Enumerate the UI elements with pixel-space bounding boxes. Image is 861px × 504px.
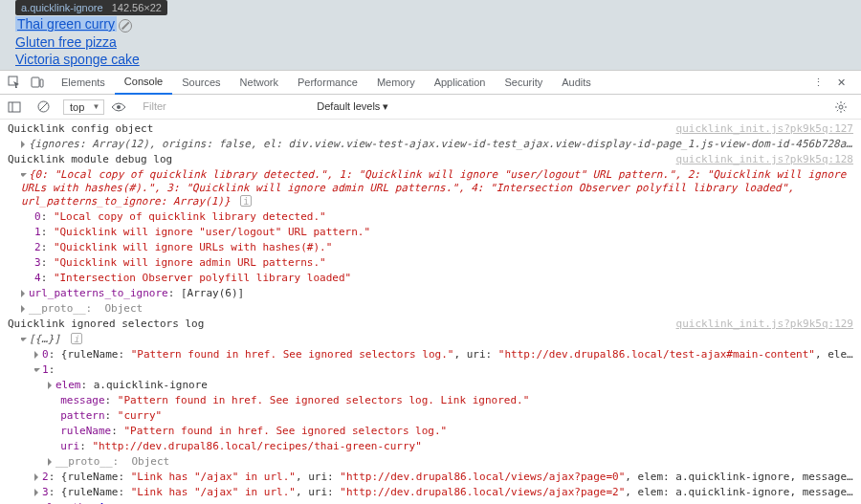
log-prop: message: "Pattern found in href. See ign… (0, 393, 861, 408)
info-icon[interactable]: i (71, 333, 82, 344)
devtools-tabbar: ElementsConsoleSourcesNetworkPerformance… (0, 70, 861, 95)
log-prop: pattern: "curry" (0, 408, 861, 424)
log-object-inline[interactable]: {0: "Local copy of quicklink library det… (0, 167, 861, 209)
close-icon[interactable]: ✕ (832, 74, 850, 91)
sidebar-toggle-icon[interactable] (6, 99, 23, 116)
tab-application[interactable]: Application (425, 70, 496, 95)
log-entry[interactable]: 2: {ruleName: "Link has "/ajax" in url."… (0, 470, 861, 485)
collapse-icon[interactable] (21, 173, 27, 177)
source-link[interactable]: quicklink_init.js?pk9k5q:128 (669, 153, 853, 166)
svg-point-7 (117, 105, 121, 109)
console-output: Quicklink config object quicklink_init.j… (0, 120, 861, 504)
tab-performance[interactable]: Performance (288, 70, 367, 95)
expand-icon[interactable] (48, 458, 52, 466)
log-group-2-header[interactable]: Quicklink module debug log quicklink_ini… (0, 152, 861, 167)
log-array-header[interactable]: [{…}] i (0, 332, 861, 347)
expand-icon[interactable] (34, 473, 38, 481)
log-entry[interactable]: 0: {ruleName: "Pattern found in href. Se… (0, 347, 861, 362)
forbidden-icon (119, 19, 132, 33)
log-prop: ruleName: "Pattern found in href. See ig… (0, 424, 861, 439)
expand-icon[interactable] (21, 305, 25, 313)
page-preview: a.quicklink-ignore 142.56×22 Thai green … (0, 0, 861, 70)
log-entry[interactable]: 3: {ruleName: "Link has "/ajax" in url."… (0, 485, 861, 500)
context-selector[interactable]: top (63, 99, 104, 115)
collapse-icon[interactable] (34, 368, 40, 372)
log-group-1-header[interactable]: Quicklink config object quicklink_init.j… (0, 121, 861, 137)
log-entry-expanded[interactable]: 1: (0, 362, 861, 378)
log-proto[interactable]: __proto__: Object (0, 454, 861, 470)
tab-elements[interactable]: Elements (52, 70, 115, 95)
log-entry[interactable]: 1: "Quicklink will ignore "user/logout" … (0, 225, 861, 240)
expand-icon[interactable] (48, 382, 52, 389)
link-pizza[interactable]: Gluten free pizza (15, 34, 117, 50)
log-entry[interactable]: 0: "Local copy of quicklink library dete… (0, 209, 861, 225)
expand-icon[interactable] (34, 489, 38, 496)
svg-line-6 (39, 103, 47, 111)
clear-console-icon[interactable] (34, 99, 52, 116)
collapse-icon[interactable] (21, 338, 27, 341)
svg-rect-3 (9, 102, 20, 112)
tooltip-dims: 142.56×22 (112, 2, 162, 13)
svg-point-8 (839, 105, 843, 109)
source-link[interactable]: quicklink_init.js?pk9k5q:127 (669, 122, 853, 136)
log-levels-selector[interactable]: Default levels ▾ (317, 100, 388, 113)
source-link[interactable]: quicklink_init.js?pk9k5q:129 (669, 318, 853, 331)
log-proto[interactable]: __proto__: Object (0, 301, 861, 317)
settings-gear-icon[interactable] (832, 99, 850, 116)
link-cake[interactable]: Victoria sponge cake (15, 52, 140, 67)
tooltip-class: .quicklink-ignore (27, 2, 102, 13)
element-tooltip: a.quicklink-ignore 142.56×22 (15, 0, 167, 15)
log-prop: uri: "http://dev.drupal86.local/recipes/… (0, 439, 861, 454)
log-entry[interactable]: 4: "Intersection Observer polyfill libra… (0, 271, 861, 286)
console-toolbar: top Default levels ▾ (0, 95, 861, 120)
log-object-summary[interactable]: {ignores: Array(12), origins: false, el:… (0, 137, 861, 152)
expand-icon[interactable] (34, 351, 38, 359)
expand-icon[interactable] (21, 141, 25, 148)
inspect-icon[interactable] (6, 74, 23, 91)
expand-icon[interactable] (21, 290, 25, 297)
log-length: length: 4 (0, 500, 861, 504)
tab-audits[interactable]: Audits (552, 70, 601, 95)
filter-input[interactable] (139, 99, 311, 115)
tab-memory[interactable]: Memory (367, 70, 425, 95)
info-icon[interactable]: i (240, 195, 252, 207)
log-entry[interactable]: 3: "Quicklink will ignore admin URL patt… (0, 255, 861, 271)
tab-console[interactable]: Console (115, 70, 172, 95)
link-thai-curry[interactable]: Thai green curry (17, 16, 115, 32)
log-entry[interactable]: 2: "Quicklink will ignore URLs with hash… (0, 240, 861, 255)
kebab-icon[interactable]: ⋮ (809, 74, 827, 91)
device-icon[interactable] (29, 74, 46, 91)
log-entry[interactable]: url_patterns_to_ignore: [Array(6)] (0, 286, 861, 301)
log-group-3-header[interactable]: Quicklink ignored selectors log quicklin… (0, 317, 861, 332)
svg-rect-1 (32, 77, 39, 87)
tab-network[interactable]: Network (231, 70, 288, 95)
svg-rect-2 (40, 79, 43, 87)
tab-sources[interactable]: Sources (172, 70, 230, 95)
log-prop[interactable]: elem: a.quicklink-ignore (0, 378, 861, 393)
live-expression-icon[interactable] (110, 99, 127, 116)
tab-security[interactable]: Security (495, 70, 552, 95)
